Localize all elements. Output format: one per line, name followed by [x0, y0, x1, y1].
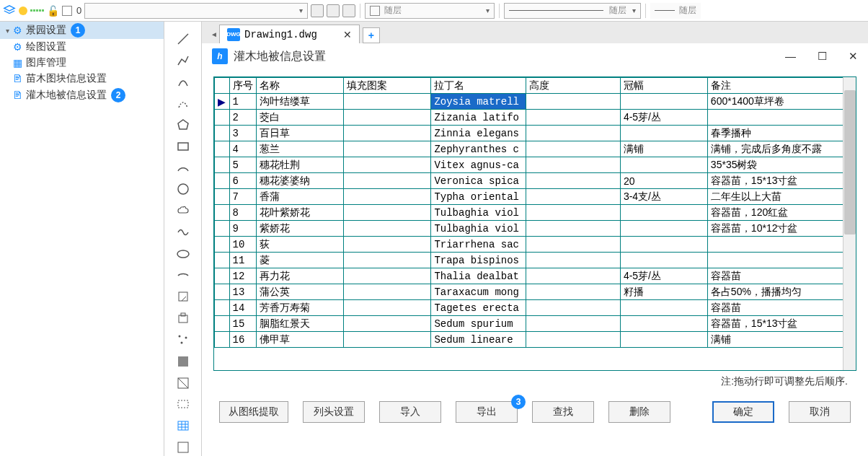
col-crown[interactable]: 冠幅: [620, 78, 707, 94]
cell-fill[interactable]: [344, 110, 431, 126]
cell-fill[interactable]: [344, 189, 431, 205]
cell-note[interactable]: [707, 253, 855, 268]
export-button[interactable]: 导出 3: [456, 401, 518, 423]
cell-height[interactable]: [526, 284, 620, 300]
cell-note[interactable]: 容器苗: [707, 300, 855, 316]
cell-name[interactable]: 葱兰: [257, 141, 344, 157]
cell-crown[interactable]: [620, 126, 707, 141]
cell-height[interactable]: [526, 94, 620, 110]
cell-fill[interactable]: [344, 284, 431, 300]
cell-note[interactable]: 容器苗，15*13寸盆: [707, 173, 855, 189]
cell-index[interactable]: 11: [229, 253, 257, 268]
ellipse-arc-tool[interactable]: [174, 267, 192, 284]
cell-index[interactable]: 14: [229, 300, 257, 316]
table-row[interactable]: 11菱Trapa bispinos: [215, 253, 856, 268]
cell-latin[interactable]: Tagetes erecta: [431, 300, 526, 316]
add-tab-button[interactable]: +: [363, 27, 380, 43]
table-row[interactable]: 3百日草Zinnia elegans春季播种: [215, 126, 856, 141]
cell-fill[interactable]: [344, 173, 431, 189]
cell-fill[interactable]: [344, 300, 431, 316]
table-row[interactable]: 9紫娇花Tulbaghia viol容器苗，10*12寸盆: [215, 221, 856, 237]
tree-item-library[interactable]: ▦ 图库管理: [0, 55, 164, 71]
point-tool[interactable]: [174, 331, 192, 348]
hatch-tool[interactable]: [174, 353, 192, 370]
table-row[interactable]: 12再力花Thalia dealbat4-5芽/丛容器苗: [215, 268, 856, 284]
cell-name[interactable]: 芳香万寿菊: [257, 300, 344, 316]
cell-note[interactable]: [707, 110, 855, 126]
arc-dashed-tool[interactable]: [174, 95, 192, 112]
cell-index[interactable]: 1: [229, 94, 257, 110]
file-tab[interactable]: DWG Drawing1.dwg ✕: [219, 25, 360, 43]
cell-name[interactable]: 胭脂红景天: [257, 316, 344, 332]
cell-height[interactable]: [526, 237, 620, 253]
cell-latin[interactable]: Thalia dealbat: [431, 268, 526, 284]
print-icon-1[interactable]: [311, 4, 324, 17]
close-button[interactable]: ✕: [849, 50, 858, 63]
close-icon[interactable]: ✕: [343, 29, 352, 40]
cell-name[interactable]: 菱: [257, 253, 344, 268]
gradient-tool[interactable]: [174, 374, 192, 392]
cell-note[interactable]: 容器苗，120红盆: [707, 205, 855, 221]
linetype-dropdown[interactable]: 随层▾: [504, 3, 641, 19]
cell-crown[interactable]: 4-5芽/丛: [620, 110, 707, 126]
cell-crown[interactable]: [620, 332, 707, 348]
vertical-scrollbar[interactable]: [843, 77, 856, 370]
maximize-button[interactable]: ☐: [818, 50, 827, 63]
cell-height[interactable]: [526, 110, 620, 126]
cell-latin[interactable]: Zinnia elegans: [431, 126, 526, 141]
table-row[interactable]: 10荻Triarrhena sac: [215, 237, 856, 253]
cell-name[interactable]: 荻: [257, 237, 344, 253]
cell-name[interactable]: 香蒲: [257, 189, 344, 205]
col-height[interactable]: 高度: [526, 78, 620, 94]
cell-latin[interactable]: Veronica spica: [431, 173, 526, 189]
cell-name[interactable]: 穗花婆婆纳: [257, 173, 344, 189]
cell-latin[interactable]: Zephyranthes c: [431, 141, 526, 157]
ellipse-tool[interactable]: [174, 245, 192, 263]
table-tool[interactable]: [174, 417, 192, 434]
cell-fill[interactable]: [344, 205, 431, 221]
table-row[interactable]: 13蒲公英Taraxacum mong籽播各占50%，播播均匀: [215, 284, 856, 300]
col-fill[interactable]: 填充图案: [344, 78, 431, 94]
cell-latin[interactable]: Zizania latifo: [431, 110, 526, 126]
cell-fill[interactable]: [344, 316, 431, 332]
cell-height[interactable]: [526, 268, 620, 284]
cell-height[interactable]: [526, 253, 620, 268]
cell-fill[interactable]: [344, 253, 431, 268]
cell-height[interactable]: [526, 300, 620, 316]
cell-crown[interactable]: [620, 157, 707, 173]
cell-crown[interactable]: 20: [620, 173, 707, 189]
cell-fill[interactable]: [344, 141, 431, 157]
region-tool[interactable]: [174, 396, 192, 413]
layer-icon[interactable]: [3, 4, 16, 17]
cell-index[interactable]: 12: [229, 268, 257, 284]
cell-height[interactable]: [526, 126, 620, 141]
table-row[interactable]: 15胭脂红景天Sedum spurium容器苗，15*13寸盆: [215, 316, 856, 332]
cell-crown[interactable]: 4-5芽/丛: [620, 268, 707, 284]
cancel-button[interactable]: 取消: [789, 401, 851, 423]
cell-crown[interactable]: [620, 205, 707, 221]
print-icon-2[interactable]: [327, 4, 340, 17]
layer-dropdown-2[interactable]: 随层▾: [365, 3, 495, 19]
line-tool[interactable]: [174, 30, 192, 48]
cell-fill[interactable]: [344, 221, 431, 237]
cell-note[interactable]: 35*35树袋: [707, 157, 855, 173]
cell-index[interactable]: 4: [229, 141, 257, 157]
cell-index[interactable]: 10: [229, 237, 257, 253]
cell-note[interactable]: 满铺: [707, 332, 855, 348]
cell-latin[interactable]: Triarrhena sac: [431, 237, 526, 253]
table-row[interactable]: ▶1沟叶结缕草Zoysia matrell600*1400草坪卷: [215, 94, 856, 110]
cell-note[interactable]: 容器苗: [707, 268, 855, 284]
lineweight-dropdown[interactable]: 随层: [650, 3, 701, 19]
tab-scroll-left[interactable]: ◄: [209, 25, 219, 43]
cell-fill[interactable]: [344, 237, 431, 253]
more-tool[interactable]: [174, 439, 192, 456]
table-row[interactable]: 7香蒲Typha oriental3-4支/丛二年生以上大苗: [215, 189, 856, 205]
table-row[interactable]: 5穗花牡荆Vitex agnus-ca35*35树袋: [215, 157, 856, 173]
cell-latin[interactable]: Tulbaghia viol: [431, 205, 526, 221]
cell-height[interactable]: [526, 189, 620, 205]
cell-crown[interactable]: 籽播: [620, 284, 707, 300]
layer-dropdown-1[interactable]: ▾: [84, 3, 308, 19]
table-row[interactable]: 4葱兰Zephyranthes c满铺满铺，完成后多角度不露: [215, 141, 856, 157]
table-row[interactable]: 14芳香万寿菊Tagetes erecta容器苗: [215, 300, 856, 316]
cell-latin[interactable]: Sedum spurium: [431, 316, 526, 332]
